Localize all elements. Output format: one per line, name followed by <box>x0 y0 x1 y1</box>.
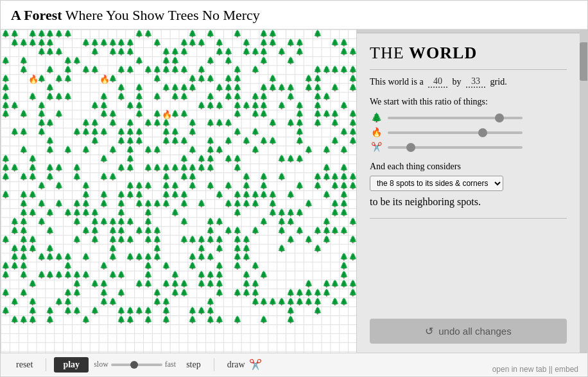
tree-item: 🌲 <box>295 155 304 162</box>
tree-item: 🌲 <box>144 236 153 243</box>
scrollbar-thumb[interactable] <box>580 42 588 81</box>
tree-item: 🌲 <box>340 173 349 180</box>
tree-item: 🌲 <box>286 209 295 216</box>
tree-item: 🌲 <box>19 200 28 207</box>
tree-item: 🌲 <box>55 30 64 37</box>
tree-item: 🌲 <box>242 102 251 109</box>
tree-item: 🌲 <box>206 57 215 64</box>
fire-ratio-slider[interactable] <box>388 131 523 134</box>
scrollbar[interactable] <box>580 29 588 353</box>
tree-item: 🌲 <box>251 298 260 305</box>
slow-label: slow <box>94 360 108 369</box>
tree-item: 🌲 <box>73 236 82 243</box>
tree-item: 🌲 <box>259 316 268 323</box>
tree-item: 🌲 <box>1 75 10 82</box>
tree-item: 🌲 <box>251 280 260 287</box>
tree-item: 🌲 <box>215 102 224 109</box>
tree-item: 🌲 <box>10 298 19 305</box>
neighbors-select[interactable]: the 8 spots to its sides & corners <box>370 176 503 191</box>
step-button[interactable]: step <box>181 357 206 373</box>
tree-item: 🌲 <box>304 75 313 82</box>
scissors-ratio-slider[interactable] <box>388 146 523 149</box>
tree-item: 🌲 <box>259 271 268 278</box>
tree-item: 🌲 <box>295 48 304 55</box>
tree-item: 🌲 <box>108 48 117 55</box>
tree-item: 🌲 <box>215 146 224 153</box>
tree-item: 🌲 <box>117 128 126 135</box>
tree-item: 🌲 <box>19 191 28 198</box>
tree-item: 🌲 <box>82 39 91 46</box>
tree-item: 🌲 <box>117 93 126 100</box>
tree-item: 🌲 <box>259 39 268 46</box>
tree-item: 🌲 <box>153 200 162 207</box>
tree-item: 🌲 <box>340 66 349 73</box>
tree-item: 🌲 <box>277 218 286 225</box>
grid-width-input[interactable]: 40 <box>428 76 447 88</box>
tree-item: 🌲 <box>91 227 99 234</box>
tree-item: 🌲 <box>135 110 144 117</box>
tree-item: 🌲 <box>206 119 215 126</box>
tree-item: 🌲 <box>55 298 64 305</box>
tree-item: 🌲 <box>206 271 215 278</box>
open-new-tab-link[interactable]: open in new tab <box>492 365 547 374</box>
tree-item: 🌲 <box>180 137 189 144</box>
tree-item: 🌲 <box>10 253 19 260</box>
tree-ratio-slider[interactable] <box>388 117 523 119</box>
tree-item: 🌲 <box>251 227 260 234</box>
tree-item: 🌲 <box>162 200 171 207</box>
tree-item: 🌲 <box>233 110 242 117</box>
tree-item: 🌲 <box>206 316 215 323</box>
tree-item: 🌲 <box>19 57 28 64</box>
tree-item: 🌲 <box>304 298 313 305</box>
tree-item: 🌲 <box>46 316 55 323</box>
tree-item: 🌲 <box>277 48 286 55</box>
tree-item: 🌲 <box>171 182 180 189</box>
tree-item: 🌲 <box>153 66 162 73</box>
tree-item: 🌲 <box>295 128 304 135</box>
tree-item: 🌲 <box>19 66 28 73</box>
tree-item: 🌲 <box>259 57 268 64</box>
grid-height-input[interactable]: 33 <box>466 76 485 88</box>
tree-item: 🌲 <box>224 57 233 64</box>
tree-item: 🌲 <box>171 128 180 135</box>
forest-container[interactable]: 🌲🌲🌲🌲🌲🌲🌲🌲🌲🌲🌲🌲🌲🌲🌲🌲🌲🌲🌲🌲🌲🌲🌲🌲🌲🌲🌲🌲🌲🌲🌲🌲🌲🌲🌲🌲🌲🌲🌲🌲… <box>1 29 357 353</box>
tree-item: 🌲 <box>286 236 295 243</box>
tree-item: 🌲 <box>46 209 55 216</box>
tree-item: 🌲 <box>117 84 126 91</box>
tree-item: 🌲 <box>28 307 37 314</box>
reset-button[interactable]: reset <box>11 357 38 373</box>
tree-item: 🌲 <box>1 191 10 198</box>
tree-item: 🌲 <box>313 110 322 117</box>
tree-item: 🌲 <box>64 289 73 296</box>
tree-item: 🌲 <box>251 93 260 100</box>
tree-item: 🌲 <box>233 102 242 109</box>
tree-item: 🌲 <box>162 164 171 171</box>
divider-1 <box>46 358 46 371</box>
speed-slider-container: slow fast <box>94 360 176 369</box>
tree-item: 🌲 <box>206 164 215 171</box>
tree-item: 🌲 <box>286 218 295 225</box>
embed-link[interactable]: embed <box>555 365 578 374</box>
tree-item: 🌲 <box>188 253 197 260</box>
speed-slider[interactable] <box>111 364 162 366</box>
draw-label: draw <box>227 360 245 370</box>
tree-item: 🌲 <box>188 173 197 180</box>
tree-item: 🌲 <box>73 209 82 216</box>
play-button[interactable]: play <box>54 357 89 373</box>
tree-item: 🌲 <box>82 66 91 73</box>
tree-item: 🌲 <box>153 39 162 46</box>
tree-item: 🌲 <box>224 200 233 207</box>
tree-item: 🌲 <box>99 289 108 296</box>
tree-item: 🌲 <box>46 164 55 171</box>
tree-item: 🌲 <box>340 182 349 189</box>
tree-item: 🌲 <box>91 102 99 109</box>
tree-item: 🌲 <box>126 307 135 314</box>
tree-item: 🌲 <box>349 182 357 189</box>
tree-item: 🌲 <box>215 271 224 278</box>
tree-item: 🌲 <box>162 191 171 198</box>
tree-item: 🌲 <box>162 307 171 314</box>
tree-item: 🌲 <box>233 289 242 296</box>
undo-button[interactable]: ↺ undo all changes <box>370 319 567 344</box>
tree-item: 🌲 <box>313 66 322 73</box>
tree-item: 🌲 <box>126 155 135 162</box>
